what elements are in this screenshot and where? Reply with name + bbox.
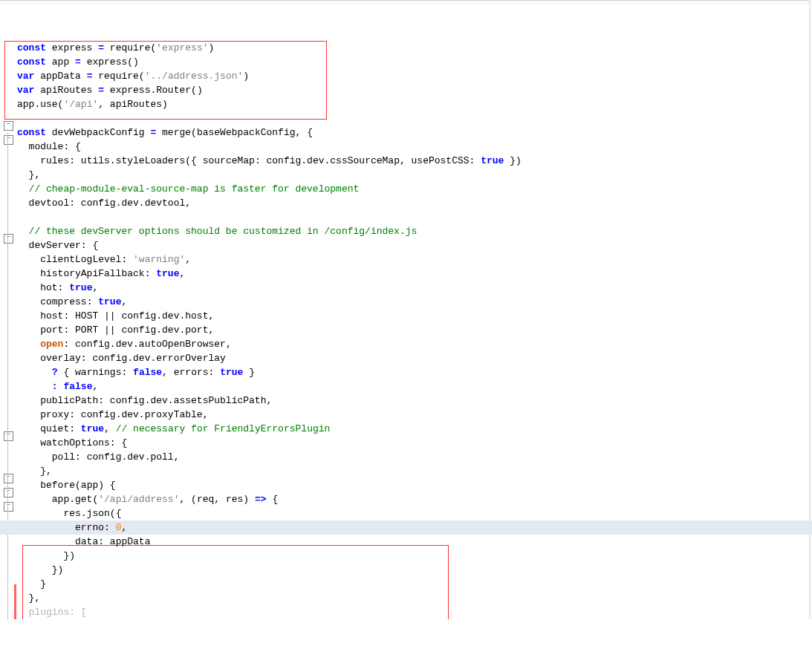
code-line[interactable]: } [17,577,812,591]
code-line[interactable]: devtool: config.dev.devtool, [17,196,812,210]
code-line[interactable]: app.use('/api', apiRoutes) [17,97,812,111]
code-line[interactable]: }) [17,549,812,563]
code-line[interactable]: data: appData [17,535,812,549]
code-line[interactable]: clientLogLevel: 'warning', [17,252,812,267]
code-line[interactable]: ? { warnings: false, errors: true } [17,365,812,379]
code-line[interactable] [17,27,812,41]
fold-toggle-icon[interactable]: − [4,135,13,145]
code-line[interactable]: : false, [17,379,812,394]
code-line[interactable]: module: { [17,140,812,154]
code-line-highlighted[interactable]: errno: 0, [0,521,812,535]
code-editor[interactable]: − − − − − − − [0,0,812,619]
code-line[interactable] [17,210,812,224]
code-line[interactable]: res.json({ [17,506,812,521]
code-line[interactable] [17,111,812,125]
code-line[interactable]: // cheap-module-eval-source-map is faste… [17,182,812,196]
code-line[interactable]: before(app) { [17,478,812,492]
fold-toggle-icon[interactable]: − [4,488,13,497]
code-line[interactable]: open: config.dev.autoOpenBrowser, [17,337,812,351]
code-line[interactable]: plugins: [ [17,605,812,619]
code-line[interactable]: overlay: config.dev.errorOverlay [17,351,812,365]
code-line[interactable]: var appData = require('../address.json') [17,69,812,83]
code-line[interactable]: devServer: { [17,238,812,252]
code-line[interactable]: app.get('/api/address', (req, res) => { [17,492,812,506]
code-line[interactable]: // these devServer options should be cus… [17,224,812,238]
code-line[interactable] [17,13,812,27]
editor-top-border [0,0,812,5]
code-line[interactable]: const devWebpackConfig = merge(baseWebpa… [17,125,812,140]
fold-toggle-icon[interactable]: − [4,474,13,483]
code-line[interactable]: proxy: config.dev.proxyTable, [17,408,812,422]
code-line[interactable]: rules: utils.styleLoaders({ sourceMap: c… [17,154,812,168]
code-line[interactable]: quiet: true, // necessary for FriendlyEr… [17,422,812,436]
code-line[interactable]: }, [17,464,812,478]
code-line[interactable]: poll: config.dev.poll, [17,450,812,464]
fold-toggle-icon[interactable]: − [4,431,13,441]
change-marker [14,584,16,619]
fold-guide-line [7,133,8,619]
code-line[interactable]: }) [17,563,812,577]
fold-toggle-icon[interactable]: − [4,234,13,244]
code-line[interactable]: var apiRoutes = express.Router() [17,83,812,97]
fold-gutter: − − − − − − − [0,6,16,598]
code-line[interactable]: hot: true, [17,281,812,295]
code-line[interactable]: }, [17,168,812,182]
code-line[interactable]: historyApiFallback: true, [17,267,812,281]
code-area[interactable]: const express = require('express') const… [17,7,812,619]
code-line[interactable]: host: HOST || config.dev.host, [17,309,812,323]
code-line[interactable]: port: PORT || config.dev.port, [17,323,812,337]
code-line[interactable]: publicPath: config.dev.assetsPublicPath, [17,394,812,408]
code-line[interactable]: }, [17,591,812,605]
code-line[interactable]: const express = require('express') [17,41,812,55]
fold-toggle-icon[interactable]: − [4,121,13,131]
code-line[interactable]: const app = express() [17,55,812,69]
code-line[interactable]: watchOptions: { [17,436,812,450]
fold-toggle-icon[interactable]: − [4,502,13,512]
code-line[interactable]: compress: true, [17,295,812,309]
